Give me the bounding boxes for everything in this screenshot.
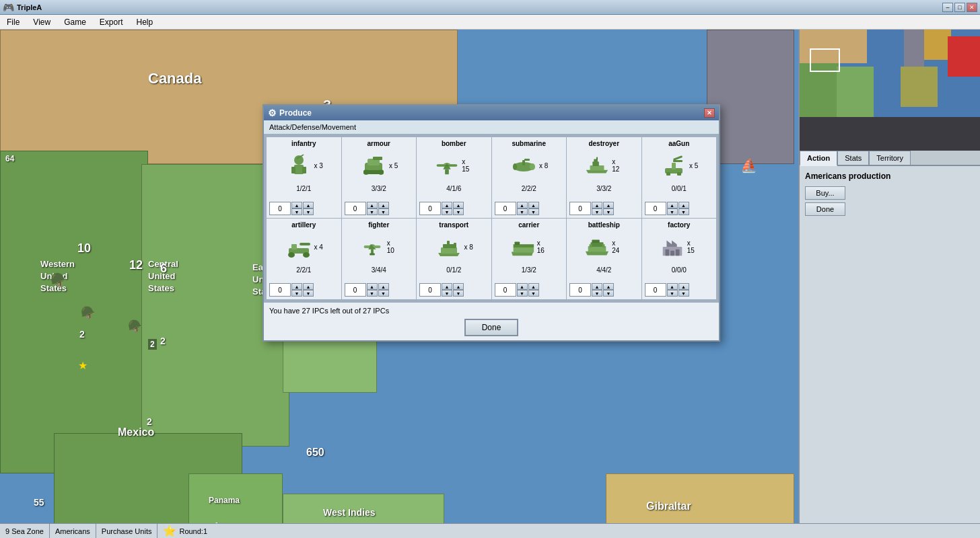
unit-spin-down-fighter[interactable]: ▼ bbox=[367, 290, 378, 297]
unit-qty-carrier[interactable] bbox=[495, 283, 516, 297]
unit-spin-infantry: ▲ ▼ bbox=[291, 202, 302, 215]
tab-territory[interactable]: Territory bbox=[869, 151, 911, 165]
unit-spin-down-submarine[interactable]: ▼ bbox=[517, 208, 528, 215]
unit-multiplier-artillery: x 4 bbox=[314, 243, 323, 251]
menu-export[interactable]: Export bbox=[96, 16, 127, 28]
unit-spin-min-infantry[interactable]: ▼ bbox=[303, 208, 314, 215]
unit-spin-up-armour[interactable]: ▲ bbox=[367, 202, 378, 208]
territory-western-us[interactable] bbox=[0, 151, 148, 473]
unit-spin-max-artillery[interactable]: ▲ bbox=[303, 283, 314, 290]
unit-multiplier-transport: x 8 bbox=[464, 243, 473, 251]
unit-spin-max-destroyer[interactable]: ▲ bbox=[603, 202, 614, 208]
dialog-close-button[interactable]: ✕ bbox=[704, 108, 715, 118]
map-unit-infantry: 🪖 bbox=[50, 272, 67, 288]
unit-name-carrier: carrier bbox=[518, 221, 539, 229]
unit-multiplier-submarine: x 8 bbox=[539, 162, 548, 169]
minimize-button[interactable]: – bbox=[942, 3, 953, 12]
unit-spin-max-battleship[interactable]: ▲ bbox=[603, 283, 614, 290]
unit-spin-min-submarine[interactable]: ▼ bbox=[528, 208, 539, 215]
unit-cell-factory: factory x 15 0/0/0 ▲ ▼ ▲ bbox=[642, 219, 717, 299]
unit-spin-min-carrier[interactable]: ▼ bbox=[528, 290, 539, 297]
menu-bar: File View Game Export Help bbox=[0, 15, 980, 30]
unit-spin-max-infantry[interactable]: ▲ bbox=[303, 202, 314, 208]
unit-cell-aagun: aaGun x 5 0/0/1 ▲ ▼ bbox=[642, 137, 717, 218]
unit-spin-max-aagun[interactable]: ▲ bbox=[678, 202, 689, 208]
unit-spin-min-aagun[interactable]: ▼ bbox=[678, 208, 689, 215]
unit-spin-max-submarine[interactable]: ▲ bbox=[528, 202, 539, 208]
unit-spin-min-battleship[interactable]: ▼ bbox=[603, 290, 614, 297]
close-button[interactable]: ✕ bbox=[967, 3, 977, 12]
unit-spin-down-factory[interactable]: ▼ bbox=[667, 290, 678, 297]
unit-spin-min-transport[interactable]: ▼ bbox=[453, 290, 464, 297]
unit-qty-battleship[interactable] bbox=[569, 283, 591, 297]
minimap[interactable] bbox=[800, 30, 980, 151]
svg-point-17 bbox=[530, 163, 535, 170]
dialog-header-text: Attack/Defense/Movement bbox=[269, 123, 356, 131]
unit-spin-min-artillery[interactable]: ▼ bbox=[303, 290, 314, 297]
unit-spin-max-bomber[interactable]: ▲ bbox=[453, 202, 464, 208]
unit-qty-factory[interactable] bbox=[645, 283, 666, 297]
unit-spin-down-armour[interactable]: ▼ bbox=[367, 208, 378, 215]
unit-spin-up-carrier[interactable]: ▲ bbox=[517, 283, 528, 290]
unit-spin-down-artillery[interactable]: ▼ bbox=[291, 290, 302, 297]
menu-view[interactable]: View bbox=[29, 16, 55, 28]
menu-game[interactable]: Game bbox=[60, 16, 90, 28]
unit-multiplier-infantry: x 3 bbox=[314, 162, 323, 169]
unit-spin-max-factory[interactable]: ▲ bbox=[678, 283, 689, 290]
tab-action[interactable]: Action bbox=[800, 151, 837, 166]
unit-spin-down-infantry[interactable]: ▼ bbox=[291, 208, 302, 215]
side-done-button[interactable]: Done bbox=[805, 202, 845, 216]
unit-spin-up-destroyer[interactable]: ▲ bbox=[592, 202, 602, 208]
unit-spin-min-destroyer[interactable]: ▼ bbox=[603, 208, 614, 215]
unit-spin-down-carrier[interactable]: ▼ bbox=[517, 290, 528, 297]
buy-button[interactable]: Buy... bbox=[805, 186, 845, 200]
unit-qty-bomber[interactable] bbox=[419, 202, 441, 215]
unit-qty-infantry[interactable] bbox=[269, 202, 291, 215]
unit-cell-battleship: battleship x 24 4/4/2 ▲ ▼ bbox=[567, 219, 641, 299]
menu-file[interactable]: File bbox=[3, 16, 24, 28]
unit-qty-submarine[interactable] bbox=[495, 202, 516, 215]
territory-panama[interactable] bbox=[188, 473, 283, 523]
territory-gibraltar[interactable] bbox=[606, 473, 794, 523]
unit-spin-max-transport[interactable]: ▲ bbox=[453, 283, 464, 290]
unit-spin-down-aagun[interactable]: ▼ bbox=[667, 208, 678, 215]
unit-spin-max-armour[interactable]: ▲ bbox=[378, 202, 389, 208]
unit-spin-up-infantry[interactable]: ▲ bbox=[291, 202, 302, 208]
unit-stats-factory: 0/0/0 bbox=[672, 266, 687, 274]
unit-spin-up-battleship[interactable]: ▲ bbox=[592, 283, 602, 290]
map-unit-badge: 2 bbox=[148, 339, 157, 350]
unit-spin-down-transport[interactable]: ▼ bbox=[442, 290, 452, 297]
unit-qty-armour[interactable] bbox=[345, 202, 366, 215]
unit-spin-max-fighter[interactable]: ▲ bbox=[378, 283, 389, 290]
status-round-text: Round:1 bbox=[179, 527, 207, 535]
dialog-done-button[interactable]: Done bbox=[464, 319, 519, 336]
menu-help[interactable]: Help bbox=[133, 16, 158, 28]
unit-name-armour: armour bbox=[368, 140, 390, 147]
unit-spin-up-submarine[interactable]: ▲ bbox=[517, 202, 528, 208]
unit-spin-down-battleship[interactable]: ▼ bbox=[592, 290, 602, 297]
svg-rect-59 bbox=[665, 249, 669, 256]
unit-spin-up-bomber[interactable]: ▲ bbox=[442, 202, 452, 208]
svg-marker-58 bbox=[666, 240, 676, 247]
unit-spin-min-factory[interactable]: ▼ bbox=[678, 290, 689, 297]
unit-spin-up-aagun[interactable]: ▲ bbox=[667, 202, 678, 208]
unit-spin-up-fighter[interactable]: ▲ bbox=[367, 283, 378, 290]
tab-stats[interactable]: Stats bbox=[837, 151, 869, 165]
unit-spin-down-bomber[interactable]: ▼ bbox=[442, 208, 452, 215]
unit-spin-down-destroyer[interactable]: ▼ bbox=[592, 208, 602, 215]
unit-qty-aagun[interactable] bbox=[645, 202, 666, 215]
unit-spin-min-fighter[interactable]: ▼ bbox=[378, 290, 389, 297]
unit-qty-fighter[interactable] bbox=[345, 283, 366, 297]
unit-qty-destroyer[interactable] bbox=[569, 202, 591, 215]
unit-spin-max-carrier[interactable]: ▲ bbox=[528, 283, 539, 290]
unit-qty-transport[interactable] bbox=[419, 283, 441, 297]
territory-west-indies[interactable] bbox=[283, 494, 444, 523]
maximize-button[interactable]: □ bbox=[954, 3, 965, 12]
unit-qty-artillery[interactable] bbox=[269, 283, 291, 297]
unit-spin-min-bomber[interactable]: ▼ bbox=[453, 208, 464, 215]
unit-spin-up-factory[interactable]: ▲ bbox=[667, 283, 678, 290]
unit-spin-up-transport[interactable]: ▲ bbox=[442, 283, 452, 290]
unit-icon-factory: x 15 bbox=[659, 230, 699, 264]
unit-spin-min-armour[interactable]: ▼ bbox=[378, 208, 389, 215]
unit-spin-up-artillery[interactable]: ▲ bbox=[291, 283, 302, 290]
